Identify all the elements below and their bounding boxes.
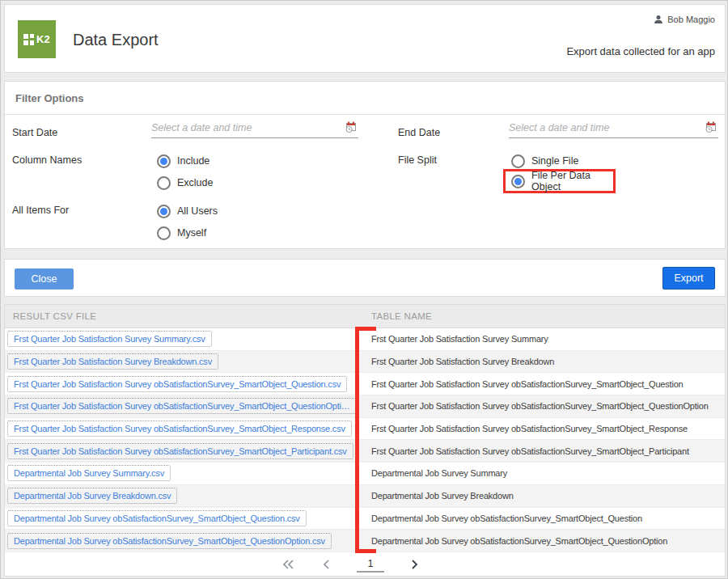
- radio-unselected-icon: [157, 176, 171, 190]
- previous-page-button[interactable]: [320, 556, 334, 573]
- filter-options-card: Filter Options Start Date End Date: [4, 81, 726, 249]
- radio-file-per-data-object[interactable]: File Per Data Object: [511, 171, 613, 191]
- start-date-label: Start Date: [12, 127, 57, 138]
- csv-file-cell: Departmental Job Survey obSatisfactionSu…: [5, 510, 365, 526]
- divider: [5, 114, 725, 115]
- k2-logo-squares-icon: [23, 34, 34, 45]
- user-menu[interactable]: Bob Maggio: [654, 15, 715, 24]
- results-table-card: RESULT CSV FILE TABLE NAME Frst Quarter …: [4, 304, 726, 577]
- start-date-field: [151, 117, 358, 138]
- table-name-cell: Frst Quarter Job Satisfaction Survey obS…: [365, 401, 725, 411]
- csv-file-cell: Departmental Job Survey obSatisfactionSu…: [5, 533, 365, 549]
- csv-file-cell: Departmental Job Survey Breakdown.csv: [5, 488, 365, 504]
- csv-file-cell: Departmental Job Survey Summary.csv: [5, 465, 365, 481]
- page-subtitle: Export data collected for an app: [566, 45, 715, 57]
- column-header-table-name: TABLE NAME: [365, 311, 725, 321]
- export-button[interactable]: Export: [662, 267, 715, 290]
- data-export-page: K2 Data Export Bob Maggio Export data co…: [0, 0, 728, 579]
- csv-file-cell: Frst Quarter Job Satisfaction Survey obS…: [5, 398, 365, 414]
- current-page-indicator[interactable]: 1: [357, 556, 385, 573]
- column-header-result-csv-file: RESULT CSV FILE: [5, 311, 365, 321]
- csv-file-link[interactable]: Departmental Job Survey obSatisfactionSu…: [7, 510, 307, 526]
- csv-file-cell: Frst Quarter Job Satisfaction Survey obS…: [5, 421, 365, 437]
- next-page-button[interactable]: [407, 556, 421, 573]
- chevron-right-icon: [408, 558, 420, 571]
- csv-file-link[interactable]: Frst Quarter Job Satisfaction Survey obS…: [7, 398, 358, 414]
- table-row: Frst Quarter Job Satisfaction Survey obS…: [5, 373, 725, 395]
- page-title: Data Export: [73, 31, 159, 49]
- csv-file-link[interactable]: Frst Quarter Job Satisfaction Survey obS…: [7, 443, 353, 459]
- filter-options-title: Filter Options: [15, 92, 84, 104]
- header-card: K2 Data Export Bob Maggio Export data co…: [4, 4, 726, 73]
- radio-selected-icon: [511, 175, 525, 188]
- radio-selected-icon: [157, 154, 171, 168]
- csv-file-link[interactable]: Frst Quarter Job Satisfaction Survey obS…: [7, 376, 347, 392]
- csv-file-link[interactable]: Frst Quarter Job Satisfaction Survey obS…: [7, 421, 352, 437]
- chevron-left-icon: [321, 558, 332, 571]
- table-row: Frst Quarter Job Satisfaction Survey Sum…: [5, 328, 725, 351]
- end-date-label: End Date: [398, 127, 440, 138]
- person-icon: [654, 15, 663, 24]
- table-row: Departmental Job Survey obSatisfactionSu…: [5, 530, 725, 552]
- actions-card: Close Export: [4, 259, 726, 297]
- close-button[interactable]: Close: [15, 268, 74, 290]
- k2-logo: K2: [18, 20, 56, 58]
- csv-file-cell: Frst Quarter Job Satisfaction Survey Bre…: [5, 353, 365, 370]
- user-name: Bob Maggio: [667, 15, 715, 24]
- radio-all-users[interactable]: All Users: [157, 201, 218, 221]
- all-items-for-label: All Items For: [12, 205, 69, 216]
- table-row: Frst Quarter Job Satisfaction Survey obS…: [5, 440, 725, 463]
- start-date-input[interactable]: [151, 122, 341, 133]
- table-name-cell: Frst Quarter Job Satisfaction Survey Bre…: [365, 357, 725, 366]
- csv-file-cell: Frst Quarter Job Satisfaction Survey obS…: [5, 443, 365, 459]
- file-split-label: File Split: [398, 154, 437, 166]
- table-body: Frst Quarter Job Satisfaction Survey Sum…: [5, 328, 725, 552]
- radio-unselected-icon: [511, 154, 525, 168]
- csv-file-cell: Frst Quarter Job Satisfaction Survey Sum…: [5, 331, 365, 347]
- table-name-cell: Frst Quarter Job Satisfaction Survey obS…: [365, 446, 725, 456]
- radio-single-file[interactable]: Single File: [511, 151, 578, 171]
- table-row: Departmental Job Survey Summary.csvDepar…: [5, 463, 725, 485]
- csv-file-cell: Frst Quarter Job Satisfaction Survey obS…: [5, 376, 365, 392]
- radio-myself[interactable]: Myself: [157, 223, 206, 243]
- calendar-clock-icon: [705, 120, 717, 133]
- table-row: Departmental Job Survey Breakdown.csvDep…: [5, 485, 725, 508]
- end-date-field: [509, 117, 718, 138]
- radio-include[interactable]: Include: [157, 151, 210, 171]
- start-date-picker-button[interactable]: [341, 120, 358, 135]
- csv-file-link[interactable]: Frst Quarter Job Satisfaction Survey Sum…: [7, 331, 212, 347]
- csv-file-link[interactable]: Departmental Job Survey Summary.csv: [7, 465, 171, 481]
- first-page-button[interactable]: [279, 556, 297, 573]
- column-names-label: Column Names: [12, 154, 82, 166]
- annotation-highlight-box: File Per Data Object: [503, 169, 616, 193]
- table-name-cell: Frst Quarter Job Satisfaction Survey obS…: [365, 424, 725, 433]
- table-row: Frst Quarter Job Satisfaction Survey Bre…: [5, 351, 725, 374]
- table-name-cell: Departmental Job Survey obSatisfactionSu…: [365, 536, 725, 546]
- calendar-clock-icon: [345, 120, 358, 133]
- table-row: Departmental Job Survey obSatisfactionSu…: [5, 508, 725, 530]
- table-name-cell: Frst Quarter Job Satisfaction Survey obS…: [365, 379, 725, 389]
- end-date-picker-button[interactable]: [701, 120, 718, 135]
- table-header-row: RESULT CSV FILE TABLE NAME: [5, 305, 725, 328]
- double-chevron-left-icon: [281, 558, 295, 571]
- table-row: Frst Quarter Job Satisfaction Survey obS…: [5, 418, 725, 441]
- k2-logo-text: K2: [36, 33, 50, 45]
- csv-file-link[interactable]: Frst Quarter Job Satisfaction Survey Bre…: [7, 353, 218, 370]
- end-date-input[interactable]: [509, 122, 701, 133]
- pagination: 1: [0, 552, 710, 577]
- radio-unselected-icon: [157, 226, 171, 240]
- radio-exclude[interactable]: Exclude: [157, 173, 213, 192]
- csv-file-link[interactable]: Departmental Job Survey Breakdown.csv: [7, 488, 177, 504]
- radio-selected-icon: [157, 205, 171, 218]
- table-name-cell: Departmental Job Survey Breakdown: [365, 491, 725, 501]
- table-name-cell: Frst Quarter Job Satisfaction Survey Sum…: [365, 334, 725, 344]
- table-row: Frst Quarter Job Satisfaction Survey obS…: [5, 395, 725, 418]
- table-name-cell: Departmental Job Survey obSatisfactionSu…: [365, 513, 725, 523]
- csv-file-link[interactable]: Departmental Job Survey obSatisfactionSu…: [7, 533, 332, 549]
- table-name-cell: Departmental Job Survey Summary: [365, 468, 725, 478]
